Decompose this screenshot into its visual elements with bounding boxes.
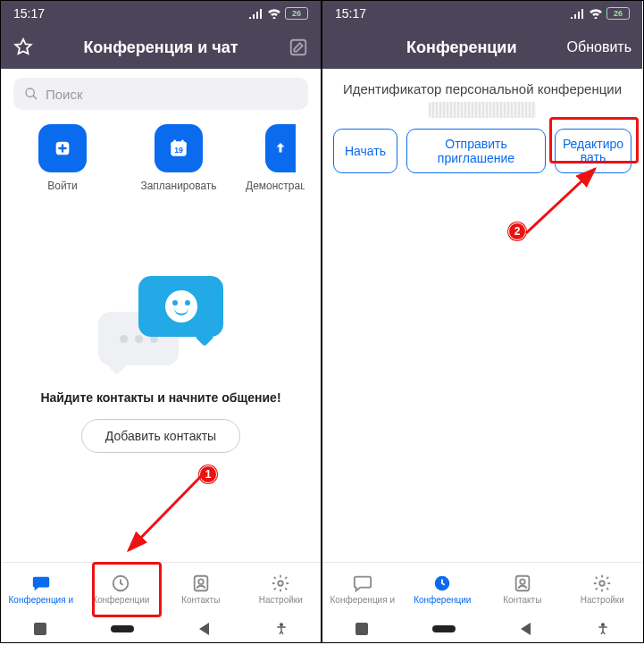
tab-meetings[interactable]: Конференции	[403, 563, 483, 616]
join-action[interactable]: Войти	[22, 124, 103, 192]
svg-line-15	[129, 473, 205, 550]
signal-icon	[571, 8, 585, 19]
pmi-value-redacted	[429, 102, 536, 118]
svg-point-19	[600, 581, 606, 586]
header: Конференция и чат	[1, 26, 321, 69]
annotation-badge-2: 2	[508, 222, 526, 240]
annotation-arrow-1	[115, 465, 213, 564]
nav-home-icon[interactable]	[432, 625, 456, 632]
svg-point-22	[602, 624, 605, 626]
schedule-action[interactable]: 19 Запланировать	[138, 124, 219, 192]
tab-bar: Конференция и Конференции Контакты Настр…	[1, 562, 321, 616]
android-nav	[322, 616, 642, 642]
compose-icon[interactable]	[287, 36, 310, 59]
tab-chat[interactable]: Конференция и	[1, 563, 81, 616]
svg-text:19: 19	[174, 146, 183, 155]
svg-point-5	[173, 139, 176, 142]
svg-point-18	[520, 579, 525, 584]
tab-meetings[interactable]: Конференции	[81, 563, 162, 616]
quick-actions: Войти 19 Запланировать Демонстраци	[1, 119, 321, 196]
tab-contacts[interactable]: Контакты	[482, 563, 563, 616]
tab-settings[interactable]: Настройки	[241, 563, 322, 616]
nav-back-icon[interactable]	[198, 622, 211, 636]
plus-icon	[53, 138, 72, 158]
search-input[interactable]: Поиск	[13, 78, 308, 110]
battery-icon: 26	[606, 7, 630, 20]
star-icon[interactable]	[12, 36, 35, 59]
contacts-icon	[512, 574, 533, 593]
svg-rect-20	[355, 623, 368, 635]
nav-recent-icon[interactable]	[33, 622, 47, 636]
status-icons: 26	[571, 7, 630, 20]
edit-button[interactable]: Редактиро вать	[555, 129, 631, 173]
nav-home-icon[interactable]	[111, 625, 134, 632]
calendar-icon: 19	[167, 137, 190, 160]
clock-icon	[110, 574, 131, 593]
page-title: Конференции	[356, 38, 567, 57]
signal-icon	[249, 8, 263, 19]
nav-accessibility-icon[interactable]	[274, 622, 289, 636]
svg-point-10	[198, 579, 204, 584]
svg-rect-0	[291, 40, 306, 55]
refresh-button[interactable]: Обновить	[567, 39, 631, 55]
status-time: 15:17	[335, 6, 366, 21]
screen-meetings: 15:17 26 Конференции Обновить Идентифика…	[322, 1, 642, 642]
status-time: 15:17	[13, 6, 45, 21]
clock-icon	[431, 574, 453, 593]
annotation-badge-1: 1	[199, 465, 217, 483]
add-contacts-button[interactable]: Добавить контакты	[81, 419, 240, 453]
wifi-icon	[589, 8, 603, 19]
nav-accessibility-icon[interactable]	[596, 622, 610, 636]
svg-point-1	[26, 88, 34, 96]
nav-back-icon[interactable]	[520, 622, 532, 636]
invite-button[interactable]: Отправить приглашение	[406, 129, 546, 173]
svg-point-11	[279, 581, 284, 586]
gear-icon	[270, 574, 291, 593]
nav-recent-icon[interactable]	[355, 622, 369, 636]
svg-rect-13	[111, 625, 134, 632]
tab-settings[interactable]: Настройки	[563, 563, 643, 616]
page-title: Конференция и чат	[35, 38, 287, 57]
search-icon	[24, 87, 38, 101]
meeting-actions: Начать Отправить приглашение Редактиро в…	[322, 129, 642, 173]
contacts-icon	[190, 574, 212, 593]
chat-icon	[30, 574, 52, 593]
status-bar: 15:17 26	[322, 1, 642, 26]
tab-contacts[interactable]: Контакты	[161, 563, 241, 616]
gear-icon	[591, 574, 613, 593]
pmi-label: Идентификатор персональной конференции	[322, 81, 642, 96]
empty-illustration	[1, 276, 321, 365]
svg-rect-12	[34, 623, 46, 635]
android-nav	[1, 616, 321, 642]
chat-icon	[352, 574, 373, 593]
header: Конференции Обновить	[322, 26, 642, 69]
svg-rect-21	[432, 625, 456, 632]
tab-bar: Конференция и Конференции Контакты Настр…	[322, 562, 642, 616]
battery-icon: 26	[285, 7, 308, 20]
start-button[interactable]: Начать	[333, 129, 397, 173]
arrow-up-icon	[272, 140, 289, 156]
svg-point-6	[181, 139, 184, 142]
wifi-icon	[267, 8, 281, 19]
tab-chat[interactable]: Конференция и	[322, 563, 403, 616]
screen-chat: 15:17 26 Конференция и чат Поиск	[1, 1, 322, 642]
share-action[interactable]: Демонстраци	[255, 124, 296, 192]
svg-line-23	[526, 169, 595, 233]
svg-point-14	[280, 624, 283, 626]
status-bar: 15:17 26	[1, 1, 321, 26]
status-icons: 26	[249, 7, 308, 20]
empty-message: Найдите контакты и начните общение!	[1, 390, 321, 405]
